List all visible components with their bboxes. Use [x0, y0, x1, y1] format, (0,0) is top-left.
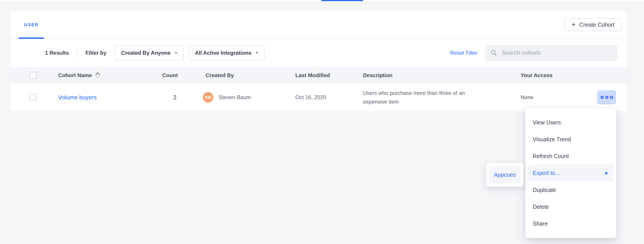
menu-item-duplicate[interactable]: Duplicate	[525, 182, 616, 198]
cohort-name-link[interactable]: Volume buyers	[58, 94, 97, 101]
row-checkbox[interactable]	[30, 94, 36, 101]
export-submenu: Appcues	[486, 163, 524, 187]
create-cohort-button[interactable]: + Create Cohort	[565, 18, 621, 31]
tab-bar: USER + Create Cohort	[10, 11, 627, 39]
description-line: Users who purchase more than three of an	[363, 89, 495, 97]
search-box	[485, 45, 617, 61]
select-all-checkbox[interactable]	[30, 72, 36, 79]
results-count: 1 Results	[45, 50, 69, 56]
avatar: SB	[203, 92, 214, 103]
count-cell: 2	[126, 94, 176, 100]
column-header-count: Count	[126, 72, 178, 79]
table-row: Volume buyers 2 SB Steven Baum Oct 16, 2…	[10, 83, 627, 111]
column-header-your-access: Your Access	[520, 72, 553, 79]
description-cell: Users who purchase more than three of an…	[363, 89, 495, 106]
menu-item-refresh-count[interactable]: Refresh Count	[525, 148, 616, 165]
created-by-cell: SB Steven Baum	[203, 92, 251, 103]
menu-item-view-users[interactable]: View Users	[525, 114, 616, 131]
tab-user[interactable]: USER	[18, 11, 44, 38]
created-by-dropdown-label: Created By Anyone	[121, 50, 171, 56]
filter-by-label: Filter by	[86, 50, 106, 56]
column-header-description: Description	[363, 72, 392, 79]
search-input[interactable]	[501, 49, 612, 57]
filter-bar: 1 Results Filter by Created By Anyone ▼ …	[10, 38, 627, 67]
column-header-last-modified: Last Modified	[295, 72, 330, 79]
cohorts-page: USER + Create Cohort 1 Results Filter by…	[0, 0, 644, 244]
submenu-arrow-icon: ▶	[605, 171, 608, 175]
caret-down-icon: ▼	[175, 51, 178, 55]
submenu-item-appcues[interactable]: Appcues	[489, 166, 520, 183]
menu-item-share[interactable]: Share	[525, 215, 616, 232]
export-to-label: Export to...	[533, 170, 560, 176]
column-header-cohort-name[interactable]: Cohort Name	[58, 72, 100, 79]
cohorts-card: USER + Create Cohort 1 Results Filter by…	[10, 11, 627, 111]
create-cohort-label: Create Cohort	[579, 22, 614, 28]
search-icon	[490, 49, 497, 57]
menu-item-visualize-trend[interactable]: Visualize Trend	[525, 131, 616, 148]
row-context-menu: View Users Visualize Trend Refresh Count…	[525, 108, 616, 238]
row-actions-button[interactable]	[598, 90, 616, 104]
menu-item-delete[interactable]: Delete	[525, 198, 616, 215]
integrations-dropdown-label: All Active Integrations	[195, 50, 252, 56]
description-line: expensive item	[363, 97, 495, 106]
menu-item-export-to[interactable]: Export to... ▶	[528, 165, 614, 181]
last-modified-cell: Oct 16, 2020	[295, 94, 326, 100]
column-header-created-by: Created By	[206, 72, 234, 79]
table-header-row: Cohort Name Count Created By Last Modifi…	[10, 67, 627, 83]
sort-icon[interactable]	[95, 72, 100, 79]
reset-filter-link[interactable]: Reset Filter	[450, 50, 478, 56]
created-by-dropdown[interactable]: Created By Anyone ▼	[115, 45, 184, 61]
ellipsis-icon	[600, 96, 613, 99]
active-nav-tab-indicator	[321, 0, 363, 1]
integrations-dropdown[interactable]: All Active Integrations ▼	[188, 45, 264, 61]
your-access-cell: None	[520, 94, 534, 100]
vertical-divider	[77, 48, 78, 58]
cohort-name-header-label: Cohort Name	[58, 72, 92, 79]
caret-down-icon: ▼	[256, 51, 258, 55]
plus-icon: +	[572, 21, 576, 28]
top-nav-strip	[0, 0, 644, 1]
created-by-name: Steven Baum	[218, 94, 251, 100]
